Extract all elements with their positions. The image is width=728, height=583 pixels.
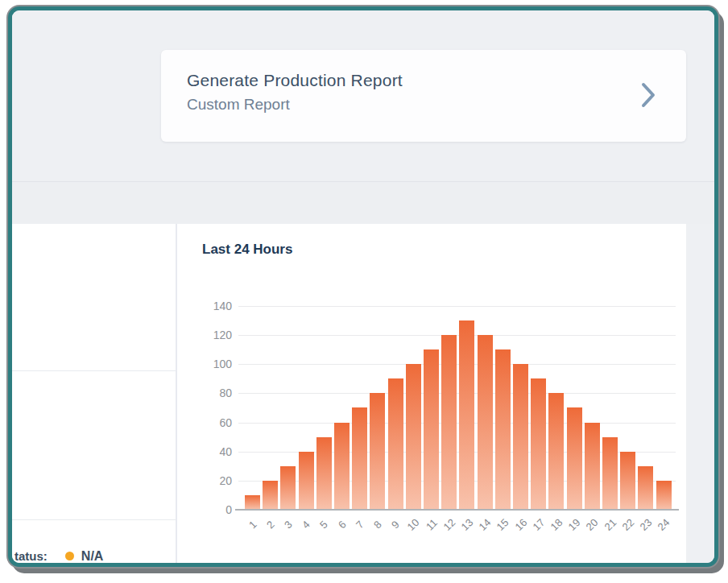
- x-axis-tick-label: 7: [354, 519, 366, 531]
- chart-bar-hour-18: [548, 393, 564, 510]
- chart-bar-hour-8: [370, 393, 385, 510]
- left-panel: tatus:N/A: [12, 224, 176, 567]
- chart-bar-hour-5: [316, 437, 332, 510]
- x-axis-tick-label: 16: [512, 516, 529, 533]
- chart-card: Last 24 Hours 02040608010012014012345678…: [177, 224, 686, 567]
- x-axis-tick-label: 5: [317, 519, 330, 531]
- chart-bar-hour-16: [513, 364, 528, 510]
- x-axis-tick-label: 9: [389, 519, 402, 531]
- gray-band: [12, 182, 714, 224]
- y-gridline: [238, 306, 676, 307]
- report-card-subtitle: Custom Report: [187, 96, 290, 114]
- status-dot-icon: [65, 552, 74, 560]
- x-axis-tick-label: 18: [548, 516, 565, 533]
- x-axis-tick-label: 10: [405, 516, 422, 533]
- generate-report-card[interactable]: Generate Production Report Custom Report: [161, 50, 686, 142]
- x-axis-tick-label: 1: [246, 519, 259, 531]
- chart-bar-hour-1: [245, 495, 260, 510]
- chart-bar-hour-9: [388, 378, 403, 510]
- x-axis-line: [235, 509, 679, 511]
- chart-bar-hour-2: [263, 481, 278, 510]
- chevron-right-icon: [639, 81, 657, 109]
- x-axis-tick-label: 19: [566, 516, 583, 533]
- bar-chart-plot: 0204060801001201401234567891011121314151…: [238, 306, 676, 510]
- y-axis-tick-label: 140: [200, 300, 232, 312]
- status-value: N/A: [81, 549, 104, 563]
- x-axis-tick-label: 17: [530, 516, 547, 533]
- x-axis-tick-label: 22: [619, 516, 636, 533]
- chart-bar-hour-17: [531, 378, 546, 510]
- x-axis-tick-label: 12: [441, 516, 457, 533]
- x-axis-tick-label: 6: [336, 519, 349, 531]
- chart-bar-hour-19: [567, 407, 582, 510]
- status-row: tatus:N/A: [14, 549, 176, 567]
- y-axis-tick-label: 120: [200, 329, 232, 341]
- x-axis-tick-label: 24: [656, 516, 672, 533]
- chart-bar-hour-23: [638, 466, 653, 510]
- x-axis-tick-label: 3: [282, 519, 295, 531]
- y-axis-tick-label: 20: [200, 474, 232, 487]
- chart-title: Last 24 Hours: [202, 242, 292, 258]
- chart-bar-hour-21: [602, 437, 618, 510]
- x-axis-tick-label: 4: [300, 519, 312, 531]
- right-gutter: [686, 224, 714, 567]
- chart-bar-hour-12: [441, 335, 457, 510]
- x-axis-tick-label: 14: [477, 516, 494, 533]
- report-card-title: Generate Production Report: [187, 71, 403, 90]
- content-row: tatus:N/A Last 24 Hours 0204060801001201…: [12, 224, 714, 567]
- x-axis-tick-label: 8: [371, 519, 384, 531]
- app-window: Generate Production Report Custom Report…: [8, 6, 718, 567]
- status-label: tatus:: [14, 549, 48, 563]
- top-section: Generate Production Report Custom Report: [12, 10, 714, 181]
- chart-bar-hour-11: [424, 349, 439, 510]
- x-axis-tick-label: 15: [494, 516, 511, 533]
- x-axis-tick-label: 2: [264, 519, 277, 531]
- x-axis-tick-label: 21: [602, 516, 618, 533]
- chart-bar-hour-7: [352, 407, 367, 510]
- y-axis-tick-label: 80: [200, 387, 232, 399]
- left-panel-divider: [12, 519, 176, 520]
- chart-bar-hour-24: [656, 481, 672, 510]
- chart-bar-hour-3: [280, 466, 296, 510]
- chart-bar-hour-10: [406, 364, 421, 510]
- chart-bar-hour-22: [620, 452, 635, 510]
- y-gridline: [238, 393, 676, 394]
- chart-bar-hour-20: [585, 423, 600, 510]
- chart-bar-hour-13: [459, 320, 474, 510]
- x-axis-tick-label: 11: [423, 516, 439, 532]
- x-axis-tick-label: 13: [458, 516, 475, 533]
- y-gridline: [238, 423, 676, 424]
- chart-bar-hour-6: [334, 423, 350, 510]
- x-axis-tick-label: 23: [637, 516, 654, 533]
- y-axis-tick-label: 100: [200, 358, 232, 370]
- chart-bar-hour-14: [478, 335, 493, 510]
- y-gridline: [238, 335, 676, 336]
- y-axis-tick-label: 0: [200, 503, 232, 516]
- chart-bar-hour-15: [495, 349, 511, 510]
- x-axis-tick-label: 20: [584, 516, 601, 533]
- left-panel-divider: [12, 370, 176, 371]
- y-axis-tick-label: 60: [200, 416, 232, 429]
- y-axis-tick-label: 40: [200, 445, 232, 458]
- chart-bar-hour-4: [299, 452, 314, 510]
- y-gridline: [238, 364, 676, 365]
